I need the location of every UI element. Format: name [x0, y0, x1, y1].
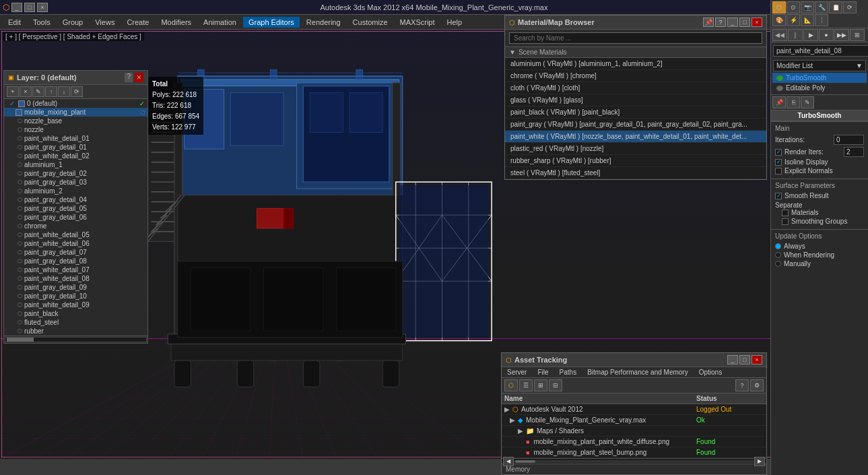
mat-paint-gray[interactable]: paint_gray ( VRayMtl ) [paint_gray_detai… [505, 119, 766, 131]
menu-tools[interactable]: Tools [28, 17, 56, 28]
layers-help-btn[interactable]: ? [125, 73, 133, 82]
menu-edit[interactable]: Edit [3, 17, 26, 28]
mod-btn-9[interactable]: 📐 [801, 14, 814, 26]
at-row-steel-bump[interactable]: ■ mobile_mixing_plant_steel_bump.png Fou… [502, 447, 766, 458]
layer-paint-white-06[interactable]: ⬡ paint_white_detail_06 [4, 239, 147, 248]
mod-btn-2[interactable]: ⊙ [787, 1, 800, 13]
mod-icon-b[interactable]: | [788, 29, 803, 41]
materials-cb[interactable] [782, 210, 789, 216]
layer-paint-gray-09[interactable]: ⬡ paint_gray_detail_09 [4, 283, 147, 292]
layer-paint-gray-08[interactable]: ⬡ paint_gray_detail_08 [4, 257, 147, 265]
at-list-btn[interactable]: ☰ [519, 379, 533, 391]
always-rb[interactable] [775, 243, 781, 249]
layers-edit-btn[interactable]: ✎ [32, 86, 44, 97]
layer-paint-gray-03[interactable]: ⬡ paint_gray_detail_03 [4, 178, 147, 187]
mod-btn-6[interactable]: ⟳ [843, 1, 857, 13]
mod-btn-1[interactable]: ⬡ [772, 1, 786, 13]
maximize-btn[interactable]: □ [24, 3, 35, 12]
menu-animation[interactable]: Animation [198, 17, 242, 28]
mod-icon-f[interactable]: ⊞ [850, 29, 865, 41]
mat-browser-minimize-btn[interactable]: _ [727, 18, 738, 27]
at-vault-btn[interactable]: ⬡ [504, 379, 518, 391]
layer-paint-white-01[interactable]: ⬡ paint_white_detail_01 [4, 134, 147, 143]
menu-rendering[interactable]: Rendering [301, 17, 346, 28]
at-scroll-left-btn[interactable]: ◀ [503, 457, 514, 466]
minimize-btn[interactable]: _ [11, 3, 22, 12]
layer-paint-white-07[interactable]: ⬡ paint_white_detail_07 [4, 265, 147, 274]
layer-paint-white-09[interactable]: ⬡ paint_white_detail_09 [4, 300, 147, 309]
smoothing-groups-cb[interactable] [782, 218, 789, 225]
at-minimize-btn[interactable]: _ [727, 355, 738, 365]
modifier-list-dropdown[interactable]: Modifier List ▼ [773, 60, 866, 71]
layer-paint-black[interactable]: ⬡ paint_black [4, 309, 147, 318]
layer-aluminium-1[interactable]: ⬡ aluminium_1 [4, 160, 147, 169]
layer-paint-gray-01[interactable]: ⬡ paint_gray_detail_01 [4, 143, 147, 152]
menu-help[interactable]: Help [442, 17, 468, 28]
at-row-max-file[interactable]: ▶ ◆ Mobile_Mixing_Plant_Generic_vray.max… [502, 415, 766, 426]
layer-paint-white-02[interactable]: ⬡ paint_white_detail_02 [4, 152, 147, 160]
at-menu-bitmap-perf[interactable]: Bitmap Performance and Memory [582, 367, 694, 377]
mat-paint-white[interactable]: paint_white ( VRayMtl ) [nozzle_base, pa… [505, 131, 766, 143]
mod-btn-10[interactable]: ⋮ [815, 14, 828, 26]
at-detail-btn[interactable]: ⊟ [549, 379, 562, 391]
mat-cloth[interactable]: cloth ( VRayMtl ) [cloth] [505, 82, 766, 94]
menu-modifiers[interactable]: Modifiers [156, 17, 197, 28]
layer-aluminium-2[interactable]: ⬡ aluminium_2 [4, 187, 147, 195]
manually-rb[interactable] [775, 261, 781, 267]
layers-down-btn[interactable]: ↓ [58, 86, 70, 97]
mod-icon-e[interactable]: ▶▶ [834, 29, 849, 41]
modifier-turbosmooth[interactable]: TurboSmooth [772, 73, 867, 83]
mat-browser-search-input[interactable] [509, 32, 762, 44]
close-btn[interactable]: × [37, 3, 48, 12]
layer-paint-gray-10[interactable]: ⬡ paint_gray_detail_10 [4, 292, 147, 300]
layer-paint-gray-05[interactable]: ⬡ paint_gray_detail_05 [4, 204, 147, 213]
at-row-paint-white[interactable]: ■ mobile_mixing_plant_paint_white_diffus… [502, 437, 766, 447]
ts-iterations-input[interactable] [834, 135, 864, 145]
mat-browser-pin-btn[interactable]: 📌 [703, 18, 714, 27]
layer-paint-gray-04[interactable]: ⬡ paint_gray_detail_04 [4, 195, 147, 204]
layer-paint-gray-02[interactable]: ⬡ paint_gray_detail_02 [4, 169, 147, 178]
layers-refresh-btn[interactable]: ⟳ [71, 86, 83, 97]
at-horizontal-scrollbar[interactable]: ◀ ▶ [502, 458, 766, 464]
modifier-editable-poly[interactable]: Editable Poly [772, 83, 867, 93]
layer-nozzle-base[interactable]: ⬡ nozzle_base [4, 117, 147, 125]
menu-views[interactable]: Views [90, 17, 120, 28]
layer-rubber[interactable]: ⬡ rubber [4, 327, 147, 336]
at-menu-server[interactable]: Server [502, 367, 532, 377]
menu-maxscript[interactable]: MAXScript [395, 17, 440, 28]
at-row-vault[interactable]: ▶ ⬡ Autodesk Vault 2012 Logged Out [502, 404, 766, 415]
mat-chrome[interactable]: chrome ( VRayMtl ) [chrome] [505, 70, 766, 82]
mod-icon-d[interactable]: ● [819, 29, 834, 41]
layer-default[interactable]: ✓ 0 (default) ✓ [4, 99, 147, 108]
mod-icon-c[interactable]: ▶ [803, 29, 818, 41]
material-name-field[interactable] [773, 45, 868, 57]
layers-close-btn[interactable]: × [135, 73, 143, 82]
mat-browser-help-btn[interactable]: ? [715, 18, 726, 27]
mat-aluminium[interactable]: aluminium ( VRayMtl ) [aluminium_1, alum… [505, 58, 766, 70]
mat-plastic-red[interactable]: plastic_red ( VRayMtl ) [nozzle] [505, 143, 766, 155]
smooth-result-cb[interactable] [775, 193, 782, 199]
layer-mobile-mixing-plant[interactable]: mobile_mixing_plant □ [4, 108, 147, 117]
layer-paint-white-08[interactable]: ⬡ paint_white_detail_08 [4, 274, 147, 283]
layers-up-btn[interactable]: ↑ [45, 86, 57, 97]
menu-graph-editors[interactable]: Graph Editors [243, 17, 300, 28]
render-iters-cb[interactable] [775, 149, 782, 156]
at-scroll-right-btn[interactable]: ▶ [754, 457, 765, 466]
at-close-btn[interactable]: × [752, 355, 762, 365]
mod-icon-a[interactable]: ◀◀ [772, 29, 787, 41]
mod-stack-btn2[interactable]: ⎘ [787, 96, 800, 108]
at-help-btn[interactable]: ? [735, 379, 749, 391]
mat-browser-close-btn[interactable]: × [752, 18, 762, 27]
layer-paint-white-05[interactable]: ⬡ paint_white_detail_05 [4, 230, 147, 239]
at-menu-file[interactable]: File [532, 367, 554, 377]
at-menu-paths[interactable]: Paths [554, 367, 582, 377]
ts-render-iters-input[interactable] [844, 147, 864, 157]
menu-customize[interactable]: Customize [347, 17, 393, 28]
mod-btn-7[interactable]: 🎨 [772, 14, 786, 26]
at-grid-btn[interactable]: ⊞ [534, 379, 547, 391]
mat-rubber-sharp[interactable]: rubber_sharp ( VRayMtl ) [rubber] [505, 155, 766, 167]
mod-stack-btn1[interactable]: 📌 [772, 96, 786, 108]
layer-nozzle[interactable]: ⬡ nozzle [4, 125, 147, 134]
layer-paint-gray-06[interactable]: ⬡ paint_gray_detail_06 [4, 213, 147, 222]
layer-chrome[interactable]: ⬡ chrome [4, 222, 147, 230]
